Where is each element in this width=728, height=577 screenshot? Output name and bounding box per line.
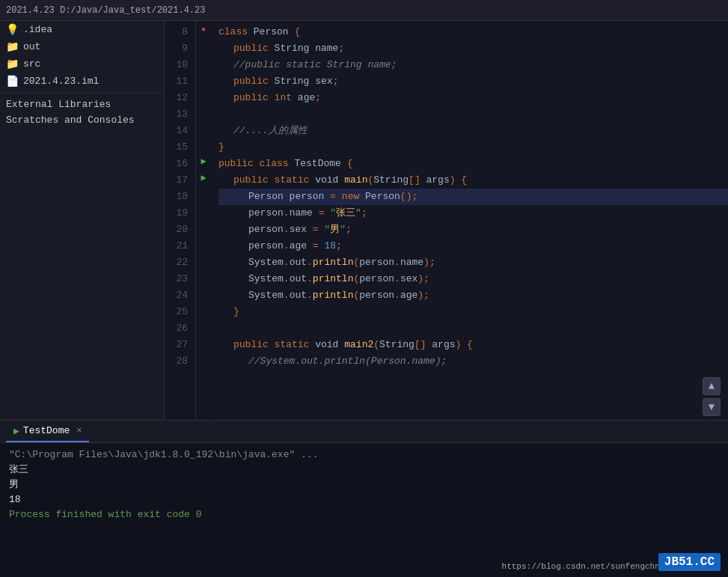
token-str: " bbox=[324, 222, 330, 238]
token-var: args bbox=[432, 337, 455, 353]
token-var: person bbox=[248, 205, 284, 222]
token-method: main2 bbox=[344, 337, 373, 353]
run-gutter-icon: ▶ bbox=[201, 172, 206, 183]
gutter-line: ● bbox=[196, 21, 211, 37]
line-number: 8 bbox=[165, 24, 191, 40]
watermark-url: https://blog.csdn.net/sunfengchnan bbox=[502, 562, 670, 571]
sidebar-item-label: 2021.4.23.iml bbox=[23, 76, 99, 87]
code-line bbox=[218, 320, 728, 337]
sidebar-item-out[interactable]: 📁out bbox=[0, 38, 164, 55]
token-var: out bbox=[290, 271, 307, 287]
token-var: out bbox=[290, 254, 307, 271]
token-cmt: //System.out.println(Person.name); bbox=[248, 353, 447, 370]
gutter-line bbox=[196, 334, 211, 350]
token-method: println bbox=[313, 254, 354, 271]
token-punc: = bbox=[313, 238, 325, 254]
line-number: 16 bbox=[165, 156, 191, 172]
bottom-panel: ▶ TestDome × "C:\Program Files\Java\jdk1… bbox=[0, 420, 728, 577]
token-kw: public bbox=[233, 90, 275, 106]
content-area: 💡.idea📁out📁src📄2021.4.23.iml External Li… bbox=[0, 21, 728, 420]
code-line: public class TestDome { bbox=[218, 156, 728, 172]
code-line: public String name; bbox=[218, 40, 728, 57]
src-icon: 📁 bbox=[6, 58, 19, 70]
sidebar-link-scratches_and_consoles[interactable]: Scratches and Consoles bbox=[0, 112, 164, 128]
token-cmt: //....人的属性 bbox=[233, 123, 308, 139]
line-numbers: 8910111213141516171819202122232425262728 bbox=[165, 21, 196, 420]
token-class-name: System bbox=[248, 254, 284, 271]
token-method: println bbox=[313, 287, 354, 304]
token-kw: public bbox=[218, 156, 260, 172]
token-punc: ( bbox=[353, 287, 359, 304]
sidebar-link-external_libraries[interactable]: External Libraries bbox=[0, 97, 164, 112]
code-editor[interactable]: class Person {public String name;//publi… bbox=[211, 21, 728, 420]
gutter-line bbox=[196, 103, 211, 120]
token-punc: ( bbox=[373, 337, 379, 353]
token-var: person bbox=[248, 238, 284, 254]
token-punc: { bbox=[347, 156, 353, 172]
token-punc: ; bbox=[346, 222, 352, 238]
line-number: 23 bbox=[165, 271, 191, 287]
scroll-up-button[interactable]: ▲ bbox=[703, 377, 721, 395]
gutter-line bbox=[196, 186, 211, 202]
token-kw: public bbox=[233, 40, 275, 57]
sidebar-item-label: .idea bbox=[23, 24, 52, 35]
token-var: age bbox=[290, 238, 313, 254]
token-punc: ) { bbox=[450, 172, 467, 189]
token-punc: ); bbox=[417, 287, 429, 304]
code-line: System.out.println(person.name); bbox=[218, 254, 728, 271]
line-number: 22 bbox=[165, 254, 191, 271]
token-kw: static bbox=[275, 337, 316, 353]
token-var: age bbox=[298, 90, 315, 106]
line-number: 21 bbox=[165, 238, 191, 254]
token-type: String bbox=[275, 73, 316, 90]
gutter-line bbox=[196, 87, 211, 103]
code-line: public static void main2(String[] args) … bbox=[218, 337, 728, 353]
token-class-name: System bbox=[248, 271, 284, 287]
code-line: //....人的属性 bbox=[218, 123, 728, 139]
bottom-tabs: ▶ TestDome × bbox=[0, 421, 728, 443]
line-number: 20 bbox=[165, 222, 191, 238]
token-punc: = bbox=[313, 222, 325, 238]
line-number: 28 bbox=[165, 353, 191, 370]
token-punc: [] bbox=[415, 337, 432, 353]
sidebar-item-src[interactable]: 📁src bbox=[0, 55, 164, 73]
code-line: //public static String name; bbox=[218, 57, 728, 73]
scroll-down-button[interactable]: ▼ bbox=[703, 398, 721, 416]
gutter-line bbox=[196, 136, 211, 153]
gutter-line bbox=[196, 301, 211, 317]
terminal-line: 男 bbox=[9, 477, 719, 492]
token-punc: [] bbox=[409, 172, 426, 189]
out-icon: 📁 bbox=[6, 40, 19, 53]
terminal-tab[interactable]: ▶ TestDome × bbox=[6, 421, 89, 442]
code-line: class Person { bbox=[218, 24, 728, 40]
tab-close[interactable]: × bbox=[76, 426, 82, 436]
sidebar-item-iml[interactable]: 📄2021.4.23.iml bbox=[0, 73, 164, 90]
token-punc: . bbox=[394, 287, 400, 304]
gutter-line bbox=[196, 284, 211, 301]
token-var: sex bbox=[400, 271, 417, 287]
sidebar-separator bbox=[0, 93, 164, 94]
token-punc: = bbox=[330, 189, 342, 205]
token-class-name: Person bbox=[365, 189, 400, 205]
token-type: void bbox=[315, 172, 344, 189]
gutter-line bbox=[196, 54, 211, 70]
sidebar-item-idea[interactable]: 💡.idea bbox=[0, 21, 164, 38]
line-number: 14 bbox=[165, 123, 191, 139]
token-var: person bbox=[359, 254, 394, 271]
code-line bbox=[218, 106, 728, 123]
terminal-line: "C:\Program Files\Java\jdk1.8.0_192\bin\… bbox=[9, 448, 719, 462]
token-punc: ( bbox=[367, 172, 373, 189]
token-str2: 男 bbox=[330, 222, 340, 238]
token-punc: . bbox=[284, 205, 290, 222]
token-punc: ( bbox=[353, 254, 359, 271]
code-line: //System.out.println(Person.name); bbox=[218, 353, 728, 370]
token-punc: . bbox=[394, 254, 400, 271]
token-punc: . bbox=[284, 271, 290, 287]
line-number: 25 bbox=[165, 304, 191, 320]
token-str2: 张三 bbox=[336, 205, 355, 222]
token-punc: (); bbox=[400, 189, 417, 205]
token-punc: } bbox=[233, 304, 239, 320]
token-kw: class bbox=[218, 24, 254, 40]
line-number: 24 bbox=[165, 287, 191, 304]
gutter-line: ▶ bbox=[196, 169, 211, 186]
